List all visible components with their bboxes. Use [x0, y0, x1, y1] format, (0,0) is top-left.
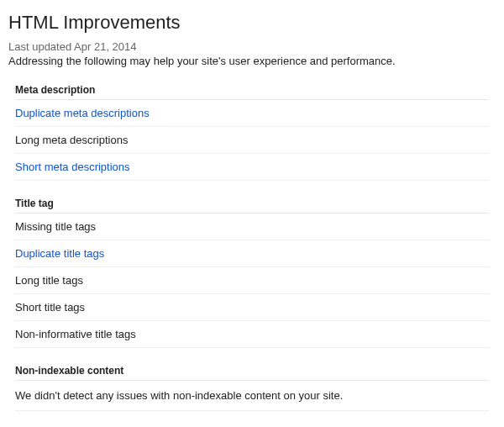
row-short-meta-descriptions[interactable]: Short meta descriptions — [15, 154, 489, 181]
intro-text: Addressing the following may help your s… — [8, 55, 496, 67]
section-title-tag: Title tag Missing title tags Duplicate t… — [8, 192, 496, 348]
last-updated-date: Apr 21, 2014 — [74, 40, 136, 53]
section-non-indexable: Non-indexable content We didn't detect a… — [8, 360, 496, 411]
row-short-title-tags: Short title tags — [15, 294, 489, 321]
nonindex-note: We didn't detect any issues with non-ind… — [15, 381, 489, 411]
last-updated-line: Last updated Apr 21, 2014 — [8, 40, 496, 53]
row-long-title-tags: Long title tags — [15, 267, 489, 294]
section-header-title: Title tag — [15, 192, 489, 214]
row-missing-title-tags: Missing title tags — [15, 214, 489, 240]
section-meta-description: Meta description Duplicate meta descript… — [8, 79, 496, 181]
row-long-meta-descriptions: Long meta descriptions — [15, 127, 489, 154]
last-updated-label: Last updated — [8, 40, 71, 53]
row-duplicate-meta-descriptions[interactable]: Duplicate meta descriptions — [15, 100, 489, 127]
row-non-informative-title-tags: Non-informative title tags — [15, 321, 489, 348]
page-title: HTML Improvements — [8, 12, 496, 34]
section-header-meta: Meta description — [15, 79, 489, 100]
section-header-nonindex: Non-indexable content — [15, 360, 489, 381]
row-duplicate-title-tags[interactable]: Duplicate title tags — [15, 240, 489, 267]
